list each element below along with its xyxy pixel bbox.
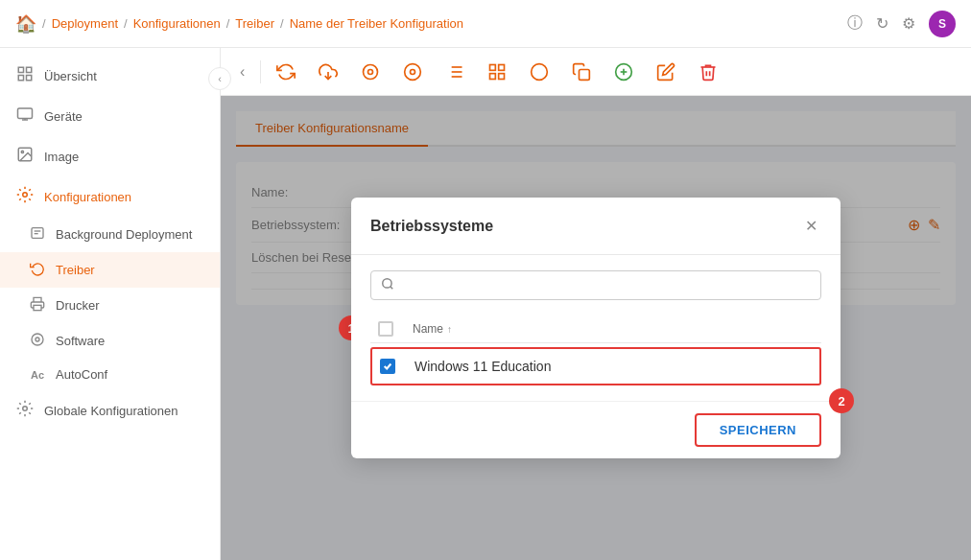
toolbar-download-button[interactable] <box>311 55 345 89</box>
treiber-icon <box>29 261 46 279</box>
svg-rect-31 <box>490 73 496 79</box>
toolbar-record-button[interactable] <box>522 55 557 89</box>
image-icon <box>15 146 35 167</box>
konfigurationen-icon <box>15 186 35 207</box>
svg-rect-3 <box>27 76 32 81</box>
toolbar-sync-button[interactable] <box>269 55 303 89</box>
svg-rect-0 <box>18 67 23 72</box>
sidebar-item-label-autoconf: AutoConf <box>56 367 107 382</box>
search-input[interactable] <box>394 278 811 292</box>
background-deployment-icon <box>29 225 46 244</box>
breadcrumb-sep-2: / <box>226 16 230 31</box>
toolbar-config-button[interactable] <box>353 55 388 89</box>
breadcrumb-sep-1: / <box>124 16 128 31</box>
topbar: 🏠 / Deployment / Konfigurationen / Treib… <box>0 0 971 48</box>
breadcrumb-sep-0: / <box>42 16 46 31</box>
toolbar-delete-button[interactable] <box>691 55 725 89</box>
svg-point-16 <box>23 407 28 411</box>
toolbar-divider <box>260 60 261 83</box>
user-avatar[interactable]: S <box>929 11 956 37</box>
svg-rect-13 <box>34 305 41 310</box>
svg-point-9 <box>23 193 28 198</box>
info-icon[interactable]: ⓘ <box>847 13 863 34</box>
settings-icon[interactable]: ⚙ <box>902 14 915 33</box>
th-name-label: Name <box>413 322 443 336</box>
sidebar-item-treiber[interactable]: Treiber <box>0 252 220 288</box>
sidebar-item-label-ubersicht: Übersicht <box>44 69 97 83</box>
refresh-icon[interactable]: ↻ <box>876 14 888 33</box>
toolbar-list-button[interactable] <box>438 55 472 89</box>
modal-wrapper: 1 Betriebssysteme ✕ <box>351 198 841 458</box>
sidebar-item-software[interactable]: Software <box>0 323 220 359</box>
sidebar-nav: Übersicht Geräte Image Konfigurationen <box>0 48 220 438</box>
svg-rect-1 <box>27 67 32 72</box>
sidebar-item-label-globale-konfigurationen: Globale Konfigurationen <box>44 404 178 418</box>
sidebar-item-image[interactable]: Image <box>0 136 220 176</box>
toolbar-disk-button[interactable] <box>395 55 430 89</box>
svg-point-8 <box>21 151 23 152</box>
svg-point-18 <box>364 64 378 79</box>
sidebar: ‹ Übersicht Geräte Image <box>0 48 221 560</box>
th-name: Name ↑ <box>413 322 814 336</box>
main-content: ‹ <box>221 48 971 560</box>
sidebar-item-label-treiber: Treiber <box>56 263 95 277</box>
breadcrumb-current: Name der Treiber Konfiguration <box>290 16 463 31</box>
sidebar-item-label-bg-deployment: Background Deployment <box>56 227 192 242</box>
th-checkbox <box>378 321 413 337</box>
search-icon <box>381 277 394 293</box>
toolbar-grid-button[interactable] <box>480 55 514 89</box>
svg-point-15 <box>36 338 39 341</box>
sidebar-toggle[interactable]: ‹ <box>208 67 231 90</box>
svg-rect-2 <box>18 76 23 81</box>
ubersicht-icon <box>15 65 35 86</box>
sidebar-item-label-drucker: Drucker <box>56 298 100 313</box>
svg-line-38 <box>391 287 393 290</box>
sort-icon[interactable]: ↑ <box>447 324 452 335</box>
svg-point-37 <box>383 279 391 288</box>
sidebar-item-label-konfigurationen: Konfigurationen <box>44 190 131 204</box>
sidebar-item-label-gerate: Geräte <box>44 109 83 124</box>
sidebar-item-background-deployment[interactable]: Background Deployment <box>0 217 220 252</box>
modal-close-button[interactable]: ✕ <box>801 213 821 239</box>
toolbar-back-button[interactable]: ‹ <box>232 59 252 84</box>
home-icon[interactable]: 🏠 <box>15 13 36 35</box>
breadcrumb-sep-3: / <box>280 16 284 31</box>
modal-header: Betriebssysteme ✕ <box>351 198 841 255</box>
svg-point-32 <box>532 63 548 80</box>
row-checkbox[interactable] <box>380 359 395 374</box>
svg-point-21 <box>411 69 415 74</box>
toolbar-edit-button[interactable] <box>649 55 683 89</box>
svg-point-14 <box>32 334 43 345</box>
modal-footer: SPEICHERN 2 <box>351 401 841 458</box>
software-icon <box>29 332 46 350</box>
save-button[interactable]: SPEICHERN <box>695 413 821 447</box>
sidebar-item-autoconf[interactable]: Ac AutoConf <box>0 359 220 390</box>
sidebar-item-ubersicht[interactable]: Übersicht <box>0 56 220 96</box>
autoconf-icon: Ac <box>29 369 46 381</box>
sidebar-item-label-software: Software <box>56 334 105 348</box>
modal-body: Name ↑ Win <box>351 255 841 401</box>
sidebar-item-konfigurationen[interactable]: Konfigurationen <box>0 176 220 217</box>
breadcrumb-treiber[interactable]: Treiber <box>235 16 274 31</box>
svg-rect-4 <box>18 108 33 119</box>
breadcrumb-konfigurationen[interactable]: Konfigurationen <box>133 16 221 31</box>
svg-rect-33 <box>580 69 590 80</box>
toolbar-copy-button[interactable] <box>564 55 599 89</box>
svg-point-20 <box>405 63 421 80</box>
sidebar-item-gerate[interactable]: Geräte <box>0 96 220 136</box>
main-layout: ‹ Übersicht Geräte Image <box>0 48 971 560</box>
svg-rect-30 <box>499 73 505 79</box>
sidebar-item-drucker[interactable]: Drucker <box>0 288 220 323</box>
toolbar-add-button[interactable] <box>606 55 641 89</box>
modal-overlay: 1 Betriebssysteme ✕ <box>221 96 971 560</box>
search-box <box>370 270 821 300</box>
topbar-actions: ⓘ ↻ ⚙ S <box>847 11 956 37</box>
sidebar-item-label-image: Image <box>44 150 79 164</box>
select-all-checkbox[interactable] <box>378 321 393 337</box>
modal-betriebssysteme: Betriebssysteme ✕ <box>351 198 841 458</box>
drucker-icon <box>29 296 46 315</box>
breadcrumb-deployment[interactable]: Deployment <box>52 16 118 31</box>
modal-title: Betriebssysteme <box>370 218 493 235</box>
sidebar-item-globale-konfigurationen[interactable]: Globale Konfigurationen <box>0 390 220 431</box>
svg-rect-29 <box>499 64 505 70</box>
